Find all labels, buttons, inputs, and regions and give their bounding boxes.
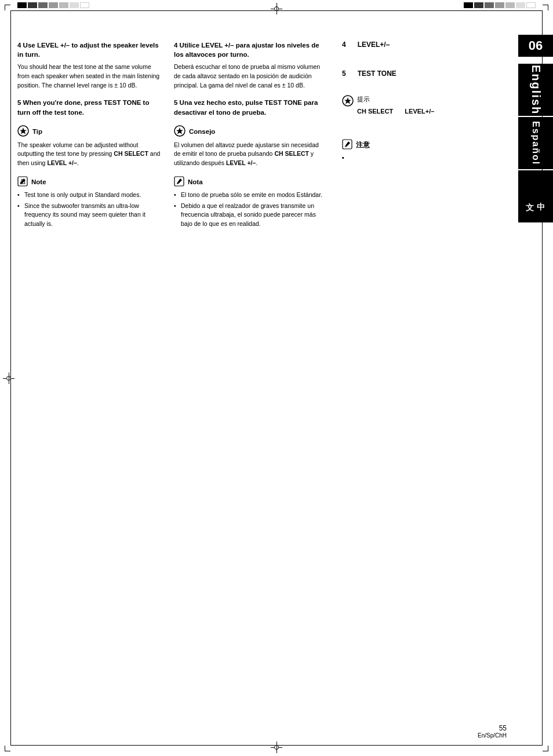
consejo-header-es: Consejo: [174, 125, 325, 138]
nota-title-es: Nota: [188, 178, 203, 185]
step4-heading-es: 4 Utilice LEVEL +/– para ajustar los niv…: [174, 41, 325, 59]
lang-tab-english: English: [518, 64, 553, 116]
right-note-header-zh: 注意: [342, 139, 507, 151]
column-english: 4 Use LEVEL +/– to adjust the speaker le…: [17, 41, 174, 237]
nota-icon-es: [174, 176, 184, 188]
footer-page-number: 55: [499, 724, 507, 732]
right-note-zh: 注意: [342, 139, 507, 151]
step4-body-en: You should hear the test tone at the sam…: [17, 63, 162, 90]
note-item-en-1: Test tone is only output in Standard mod…: [17, 191, 162, 200]
page-number-tab: 06: [518, 35, 553, 57]
right-tip-labels-zh: CH SELECT LEVEL+/–: [357, 107, 434, 116]
consejo-title-es: Consejo: [189, 128, 215, 135]
right-step4-label: 4 LEVEL+/–: [342, 41, 507, 49]
right-tip-label1-zh: 提示: [357, 95, 434, 104]
corner-mark-bl: [5, 746, 10, 751]
right-step5: 5 TEST TONE: [342, 70, 507, 78]
right-tip-zh: 提示 CH SELECT LEVEL+/–: [342, 95, 507, 116]
column-chinese: 4 LEVEL+/– 5 TEST TONE: [336, 41, 507, 237]
consejo-icon-es: [174, 125, 185, 138]
nota-header-es: Nota: [174, 176, 325, 188]
right-note-icon-zh: [342, 139, 352, 151]
content-area: 4 Use LEVEL +/– to adjust the speaker le…: [17, 17, 507, 739]
right-level-zh: LEVEL+/–: [405, 107, 434, 116]
step5-heading-es: 5 Una vez hecho esto, pulse TEST TONE pa…: [174, 98, 325, 116]
right-tip-content-zh: 提示 CH SELECT LEVEL+/–: [357, 95, 434, 116]
registration-marks-top: [0, 0, 553, 10]
nota-item-es-1: El tono de prueba sólo se emite en modos…: [174, 191, 325, 200]
note-header-en: Note: [17, 176, 162, 188]
consejo-body-es: El volumen del altavoz puede ajustarse s…: [174, 141, 325, 168]
right-step5-num: 5: [342, 70, 346, 78]
note-icon-en: [17, 176, 28, 188]
corner-mark-br: [543, 746, 548, 751]
right-tip-icon-zh: [342, 95, 354, 108]
footer-lang-label: En/Sp/ChH: [478, 732, 507, 739]
columns-layout: 4 Use LEVEL +/– to adjust the speaker le…: [17, 17, 507, 237]
note-title-en: Note: [31, 178, 46, 185]
right-ch-select-zh: CH SELECT: [357, 107, 393, 116]
tip-icon-en: [17, 125, 29, 138]
step4-heading-en: 4 Use LEVEL +/– to adjust the speaker le…: [17, 41, 162, 59]
tip-box-en: Tip The speaker volume can be adjusted w…: [17, 125, 162, 168]
page-footer: 55 En/Sp/ChH: [0, 724, 553, 739]
note-item-en-2: Since the subwoofer transmits an ultra-l…: [17, 202, 162, 229]
right-step5-label: 5 TEST TONE: [342, 70, 507, 78]
tip-title-en: Tip: [32, 128, 42, 135]
step4-body-es: Deberá escuchar el tono de prueba al mis…: [174, 63, 325, 90]
right-note-label-zh: 注意: [356, 140, 370, 150]
nota-item-es-2: Debido a que el realzador de graves tran…: [174, 202, 325, 229]
tip-body-en: The speaker volume can be adjusted witho…: [17, 141, 162, 168]
crosshair-bottom: [271, 742, 282, 753]
note-list-en: Test tone is only output in Standard mod…: [17, 191, 162, 229]
nota-list-es: El tono de prueba sólo se emite en modos…: [174, 191, 325, 229]
consejo-box-es: Consejo El volumen del altavoz puede aju…: [174, 125, 325, 168]
column-spanish: 4 Utilice LEVEL +/– para ajustar los niv…: [174, 41, 336, 237]
right-step4-action: LEVEL+/–: [358, 41, 390, 49]
lang-tab-chinese: 中 文: [518, 170, 553, 222]
note-box-en: Note Test tone is only output in Standar…: [17, 176, 162, 229]
right-step4-num: 4: [342, 41, 346, 49]
lang-tab-espanol: Español: [518, 117, 553, 169]
language-tabs: English Español 中 文: [518, 64, 553, 224]
nota-box-es: Nota El tono de prueba sólo se emite en …: [174, 176, 325, 229]
step5-heading-en: 5 When you're done, press TEST TONE to t…: [17, 98, 162, 116]
crosshair-left: [3, 372, 14, 384]
right-step4: 4 LEVEL+/–: [342, 41, 507, 49]
crosshair-top: [271, 3, 282, 14]
tip-header-en: Tip: [17, 125, 162, 138]
right-step5-action: TEST TONE: [358, 70, 396, 78]
